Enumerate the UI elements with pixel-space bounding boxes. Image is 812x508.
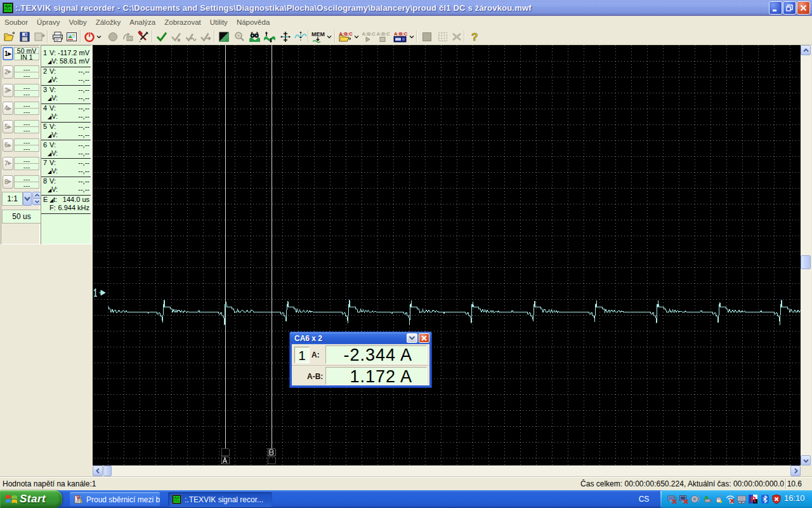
menu-volby[interactable]: Volby <box>65 17 91 27</box>
usb-remove-icon[interactable] <box>702 494 712 504</box>
print-button[interactable] <box>50 30 65 44</box>
channel-5-input[interactable]: --- <box>14 126 39 133</box>
scale-select[interactable]: 1:1 <box>2 192 23 206</box>
hscroll-track[interactable] <box>93 465 801 477</box>
mem-caret[interactable] <box>325 30 333 44</box>
timebase-field[interactable]: 50 us <box>2 210 41 224</box>
taskbar-task-2[interactable]: :.TEXVIK signal recor... <box>168 492 272 507</box>
tray-divider <box>660 491 662 507</box>
meas-dv-value: --,-- <box>78 185 89 193</box>
meter-title-bar[interactable]: CA6 x 2 <box>290 332 431 344</box>
record-button[interactable] <box>83 30 95 44</box>
channel-2-input[interactable]: --- <box>14 72 39 79</box>
arrow-right-icon <box>793 468 799 474</box>
channel-4-button[interactable]: 4▶ <box>3 102 13 115</box>
close-button[interactable] <box>797 1 810 15</box>
horizontal-scrollbar[interactable] <box>93 465 801 477</box>
vertical-scrollbar[interactable] <box>801 45 811 465</box>
channel-7-input[interactable]: --- <box>14 163 39 170</box>
mouse-icon[interactable] <box>714 494 724 504</box>
help-button[interactable]: ? <box>467 30 481 44</box>
folder-labels-caret[interactable] <box>353 30 360 44</box>
measurement-row-ch5: 5V:--,--◢V:--,-- <box>41 123 91 141</box>
channel-2-button[interactable]: 2▶ <box>3 65 13 79</box>
bluetooth-icon[interactable] <box>760 494 770 504</box>
svg-text:A:B:C: A:B:C <box>377 31 391 37</box>
meter-dropdown-button[interactable] <box>407 333 417 343</box>
scroll-up-button[interactable] <box>801 45 811 55</box>
channel-6-input[interactable]: --- <box>14 145 39 152</box>
meas-v-label: V: <box>49 67 56 75</box>
camera-disabled-icon <box>122 30 134 43</box>
monitor-redx-icon[interactable] <box>679 494 689 504</box>
tools-button[interactable] <box>136 30 150 44</box>
menu-analza[interactable]: Analýza <box>125 17 160 27</box>
channel-1-marker-arrow-icon[interactable] <box>99 290 105 295</box>
menu-npovda[interactable]: Nápověda <box>232 17 274 27</box>
hscroll-thumb[interactable] <box>103 465 112 476</box>
waves-arrows-button[interactable] <box>262 30 277 44</box>
channel-5-button[interactable]: 5▶ <box>3 120 13 133</box>
save-file-button[interactable] <box>17 30 32 44</box>
scale-dropdown-button[interactable] <box>23 192 32 206</box>
start-button[interactable]: Start <box>0 490 62 508</box>
meas-dv-label: ◢V: <box>48 167 58 175</box>
menu-utility[interactable]: Utility <box>206 17 232 27</box>
security-alert-icon[interactable] <box>771 494 782 504</box>
channel-7-button[interactable]: 7▶ <box>3 157 13 170</box>
menu-pravy[interactable]: Úpravy <box>32 17 64 27</box>
cursor-measure-button[interactable] <box>278 30 292 44</box>
folder-labels-button[interactable]: A:B:C <box>338 30 353 44</box>
restore-button[interactable] <box>783 1 796 15</box>
spin-down-button[interactable] <box>32 198 41 205</box>
channel-4-input[interactable]: --- <box>14 108 39 115</box>
channel-1-input[interactable]: IN 1 <box>14 53 39 60</box>
labels-display-button[interactable]: A:B:C <box>393 30 408 44</box>
scale-spinner <box>32 192 41 206</box>
scroll-right-button[interactable] <box>790 465 801 476</box>
volume-icon[interactable] <box>690 494 700 504</box>
measurement-row-ch8: 8V:--,--◢V:--,-- <box>41 177 91 196</box>
save-disabled-button <box>32 30 46 44</box>
language-indicator[interactable]: CS <box>636 493 652 505</box>
meas-f-label: F: <box>49 204 56 211</box>
play-arrow-icon: ▶ <box>8 106 11 111</box>
meas-dt-label: ◢t: <box>49 196 57 203</box>
scope-icon <box>172 495 181 504</box>
labels-display-caret[interactable] <box>408 30 416 44</box>
vscroll-thumb[interactable] <box>801 255 811 269</box>
search-waves-button[interactable] <box>247 30 261 44</box>
meter-close-button[interactable] <box>419 333 429 343</box>
menu-zloky[interactable]: Záložky <box>91 17 126 27</box>
monitor-audio-redx-icon[interactable] <box>667 494 678 504</box>
taskbar-task-1[interactable]: Proud sběrnicí mezi b... <box>70 492 160 507</box>
menu-soubor[interactable]: Soubor <box>0 17 32 27</box>
stop-disabled-icon <box>107 30 119 43</box>
export-image-button[interactable] <box>64 30 79 44</box>
open-file-button[interactable] <box>2 30 16 44</box>
display-mode-button[interactable] <box>216 30 231 44</box>
scroll-left-button[interactable] <box>93 465 103 476</box>
folder-labels-icon: A:B:C <box>338 30 353 43</box>
minimize-button[interactable] <box>769 1 782 15</box>
meter-window[interactable]: CA6 x 2 1 A: -2.344 A A-B: 1.172 A <box>289 331 432 388</box>
channel-6-button[interactable]: 6▶ <box>3 138 13 152</box>
channel-3-button[interactable]: 3▶ <box>3 84 13 97</box>
channel-8-button[interactable]: 8▶ <box>3 175 13 189</box>
wave-cursor-button[interactable] <box>293 30 308 44</box>
record-caret[interactable] <box>95 30 103 44</box>
channel-1-button[interactable]: 1▶ <box>3 47 13 60</box>
touchpad-icon[interactable] <box>737 494 747 504</box>
mem-button[interactable]: MEM <box>311 30 325 44</box>
check-valid-button[interactable] <box>154 30 169 44</box>
clock[interactable]: 16:10 <box>784 493 805 503</box>
scroll-down-button[interactable] <box>801 455 811 465</box>
block-square-disabled-button <box>419 30 434 44</box>
channel-8-input[interactable]: --- <box>14 182 39 189</box>
r-flag-icon[interactable]: R <box>748 494 758 504</box>
cursor-a-slot <box>221 449 229 456</box>
plot-area[interactable] <box>93 45 801 465</box>
channel-3-input[interactable]: --- <box>14 90 39 97</box>
wifi-redx-icon[interactable] <box>725 494 735 504</box>
menu-zobrazovat[interactable]: Zobrazovat <box>160 17 206 27</box>
